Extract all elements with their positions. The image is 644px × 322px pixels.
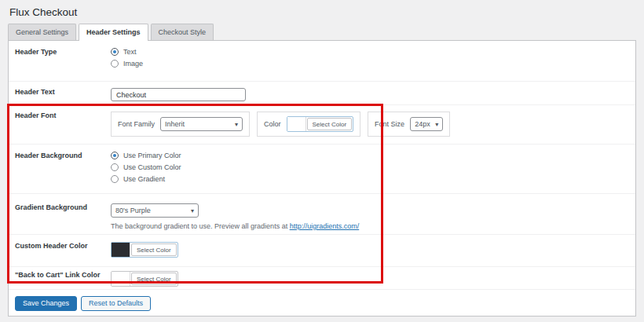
gradient-select[interactable]: 80's Purple ▾	[111, 203, 199, 218]
settings-tab-bar: General Settings Header Settings Checkou…	[8, 24, 636, 40]
font-size-label: Font Size	[375, 120, 404, 128]
row-header-text: Header Text	[9, 82, 635, 105]
radio-label: Text	[123, 48, 137, 56]
font-size-value: 24px	[415, 120, 430, 128]
reset-to-defaults-button[interactable]: Reset to Defaults	[81, 296, 151, 311]
color-swatch	[112, 243, 130, 257]
chevron-down-icon: ▾	[235, 121, 238, 128]
tab-header-settings[interactable]: Header Settings	[79, 24, 148, 41]
color-swatch	[287, 117, 306, 131]
tab-checkout-style[interactable]: Checkout Style	[151, 24, 214, 40]
tab-general-settings[interactable]: General Settings	[8, 24, 76, 40]
chevron-down-icon: ▾	[191, 207, 194, 214]
chevron-down-icon: ▾	[435, 121, 438, 128]
back-to-cart-color-picker-button[interactable]: Select Color	[111, 271, 178, 287]
header-type-label: Header Type	[15, 48, 111, 81]
gradient-description-text: The background gradient to use. Preview …	[111, 222, 290, 230]
custom-header-color-picker-button[interactable]: Select Color	[111, 242, 178, 258]
header-text-label: Header Text	[15, 88, 111, 104]
radio-label: Use Gradient	[123, 175, 165, 183]
header-text-input[interactable]	[111, 88, 246, 101]
select-color-button[interactable]: Select Color	[131, 243, 177, 256]
font-family-value: Inherit	[165, 120, 185, 128]
save-changes-button[interactable]: Save Changes	[15, 296, 77, 311]
radio-label: Use Primary Color	[123, 152, 181, 159]
font-family-select[interactable]: Inherit ▾	[160, 117, 243, 131]
header-background-label: Header Background	[15, 152, 111, 193]
submit-row: Save Changes Reset to Defaults	[9, 290, 635, 316]
row-header-background: Header Background Use Primary Color Use …	[9, 145, 635, 194]
radio-label: Image	[123, 60, 143, 68]
row-gradient-background: Gradient Background 80's Purple ▾ The ba…	[9, 194, 635, 235]
font-color-label: Color	[264, 120, 281, 128]
radio-label: Use Custom Color	[123, 163, 181, 171]
radio-header-type-image[interactable]: Image	[111, 60, 635, 68]
gradient-description: The background gradient to use. Preview …	[111, 222, 635, 230]
gradient-value: 80's Purple	[115, 207, 151, 214]
radio-use-gradient[interactable]: Use Gradient	[111, 175, 635, 183]
header-background-options: Use Primary Color Use Custom Color Use G…	[111, 152, 635, 193]
font-family-group: Font Family Inherit ▾	[111, 112, 250, 137]
font-size-group: Font Size 24px ▾	[368, 112, 450, 137]
gradient-background-label: Gradient Background	[15, 203, 111, 234]
color-swatch	[112, 272, 130, 286]
font-family-label: Font Family	[118, 120, 155, 128]
uigradients-link[interactable]: http://uigradients.com/	[290, 222, 360, 230]
radio-icon[interactable]	[111, 175, 119, 183]
select-color-button[interactable]: Select Color	[307, 118, 353, 130]
page-title: Flux Checkout	[8, 0, 636, 24]
font-size-select[interactable]: 24px ▾	[410, 117, 443, 131]
radio-icon[interactable]	[111, 60, 119, 68]
header-font-controls: Font Family Inherit ▾ Color Select Color	[111, 112, 635, 137]
font-color-picker-button[interactable]: Select Color	[287, 116, 354, 132]
radio-icon[interactable]	[111, 152, 119, 159]
back-to-cart-link-color-label: "Back to Cart" Link Color	[15, 271, 111, 289]
row-header-type: Header Type Text Image	[9, 41, 635, 82]
custom-header-color-label: Custom Header Color	[15, 242, 111, 266]
select-color-button[interactable]: Select Color	[131, 273, 177, 285]
radio-header-type-text[interactable]: Text	[111, 48, 635, 56]
row-back-to-cart-link-color: "Back to Cart" Link Color Select Color	[9, 267, 635, 290]
header-font-label: Header Font	[15, 112, 111, 144]
header-type-options: Text Image	[111, 48, 635, 81]
radio-icon[interactable]	[111, 48, 119, 56]
admin-page: Flux Checkout General Settings Header Se…	[0, 0, 644, 322]
settings-panel: Header Type Text Image Header Text Heade…	[8, 40, 636, 317]
font-color-group: Color Select Color	[257, 112, 360, 137]
radio-use-custom-color[interactable]: Use Custom Color	[111, 163, 635, 171]
row-header-font: Header Font Font Family Inherit ▾ Color	[9, 105, 635, 145]
radio-icon[interactable]	[111, 163, 119, 171]
row-custom-header-color: Custom Header Color Select Color	[9, 235, 635, 267]
radio-use-primary-color[interactable]: Use Primary Color	[111, 152, 635, 159]
